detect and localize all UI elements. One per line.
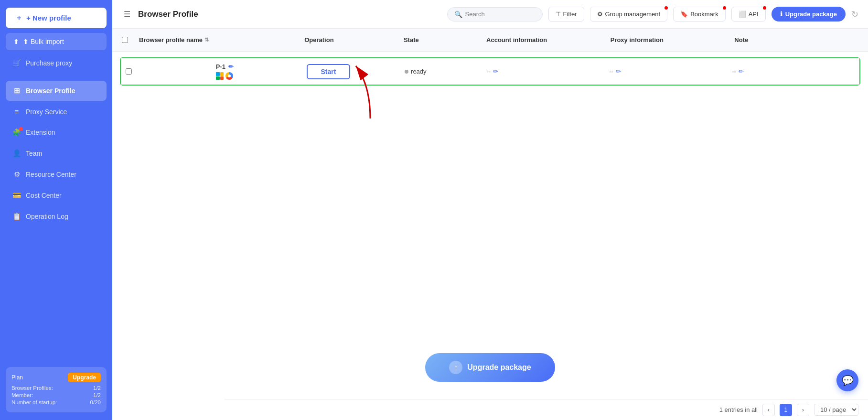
sidebar-item-label: Operation Log	[26, 213, 68, 220]
bookmark-label: Bookmark	[690, 11, 718, 18]
sort-name-icon[interactable]: ⇅	[204, 37, 209, 43]
sidebar-bottom-stats: Plan Upgrade Browser Profiles: 1/2 Membe…	[6, 367, 107, 412]
profile-browser-icons	[216, 72, 233, 80]
search-icon: 🔍	[454, 11, 462, 18]
sidebar: ＋ + New profile ⬆ ⬆ Bulk import 🛒 Purcha…	[0, 0, 112, 420]
current-page-button[interactable]: 1	[780, 404, 792, 416]
api-button[interactable]: ⬜ API	[731, 7, 766, 22]
search-input[interactable]	[465, 11, 532, 18]
sidebar-item-label: Resource Center	[26, 171, 76, 178]
operation-log-icon: 📋	[12, 212, 21, 221]
api-badge	[763, 6, 766, 10]
bulk-import-label: ⬆ Bulk import	[23, 38, 64, 45]
upgrade-plan-button[interactable]: Upgrade	[68, 373, 101, 382]
upgrade-package-button[interactable]: ℹ Upgrade package	[772, 7, 846, 22]
table-footer: 1 entries in all ‹ 1 › 10 / page 20 / pa…	[225, 399, 868, 420]
bookmark-icon: 🔖	[680, 11, 688, 18]
sidebar-item-cost-center[interactable]: 💳 Cost Center	[6, 185, 107, 205]
sidebar-item-operation-log[interactable]: 📋 Operation Log	[6, 206, 107, 226]
member-label: Member:	[11, 392, 33, 398]
sidebar-nav: ⊞ Browser Profile ≡ Proxy Service 🧩 Exte…	[6, 81, 107, 367]
purchase-proxy-label: Purchase proxy	[26, 59, 72, 67]
account-edit-icon[interactable]: ✏	[493, 68, 498, 75]
upgrade-bottom-label: Upgrade package	[467, 363, 531, 372]
col-header-state: State	[404, 36, 486, 43]
bookmark-button[interactable]: 🔖 Bookmark	[673, 7, 726, 22]
state-dot	[405, 70, 408, 74]
sidebar-item-resource-center[interactable]: ⚙ Resource Center	[6, 164, 107, 184]
state-label: ready	[411, 68, 427, 75]
member-value: 1/2	[93, 392, 101, 398]
sidebar-item-label: Team	[26, 150, 42, 157]
sidebar-collapse-button[interactable]: ☰	[122, 8, 132, 21]
browser-profiles-value: 1/2	[93, 385, 101, 391]
sidebar-item-label: Browser Profile	[26, 87, 75, 95]
table-header: Browser profile name ⇅ Operation State A…	[112, 29, 868, 52]
profile-name-edit-icon[interactable]: ✏	[228, 63, 234, 70]
upgrade-bottom-container: ↑ Upgrade package	[112, 353, 868, 382]
cart-icon: 🛒	[12, 59, 21, 67]
startup-value: 0/20	[90, 399, 101, 405]
browser-profile-icon: ⊞	[12, 86, 21, 95]
filter-label: Filter	[563, 11, 577, 18]
windows-icon	[216, 72, 224, 80]
sidebar-item-label: Cost Center	[26, 192, 62, 199]
table-row: P-1 ✏ Start	[121, 58, 859, 85]
col-header-proxy: Proxy information	[611, 36, 735, 43]
next-page-button[interactable]: ›	[797, 404, 809, 416]
sidebar-item-extension[interactable]: 🧩 Extension	[6, 122, 107, 142]
header: ☰ Browser Profile 🔍 ⊤ Filter ⚙ Group man…	[112, 0, 868, 29]
resource-center-icon: ⚙	[12, 170, 21, 179]
bulk-import-button[interactable]: ⬆ ⬆ Bulk import	[6, 33, 107, 50]
extension-badge	[19, 127, 23, 131]
upgrade-bottom-button[interactable]: ↑ Upgrade package	[425, 353, 555, 382]
team-icon: 👤	[12, 149, 21, 158]
plus-icon: ＋	[15, 13, 22, 22]
new-profile-button[interactable]: ＋ + New profile	[6, 8, 107, 28]
group-management-icon: ⚙	[597, 11, 603, 18]
table-wrapper: Browser profile name ⇅ Operation State A…	[112, 29, 868, 420]
page-title: Browser Profile	[138, 10, 198, 19]
start-button[interactable]: Start	[307, 64, 351, 79]
api-label: API	[749, 11, 759, 18]
prev-page-button[interactable]: ‹	[762, 404, 775, 416]
col-header-note: Note	[734, 36, 858, 43]
cost-center-icon: 💳	[12, 191, 21, 200]
proxy-edit-icon[interactable]: ✏	[616, 68, 621, 75]
upgrade-package-label: Upgrade package	[785, 11, 837, 18]
sidebar-item-proxy-service[interactable]: ≡ Proxy Service	[6, 102, 107, 121]
sidebar-item-purchase-proxy[interactable]: 🛒 Purchase proxy	[6, 53, 107, 73]
col-header-name: Browser profile name ⇅	[139, 36, 304, 43]
group-management-button[interactable]: ⚙ Group management	[590, 7, 668, 22]
select-all-checkbox[interactable]	[122, 37, 128, 43]
chat-button[interactable]: 💬	[836, 369, 858, 391]
upload-icon: ⬆	[13, 38, 19, 45]
account-value: --	[486, 68, 491, 75]
proxy-value: --	[609, 68, 613, 75]
refresh-button[interactable]: ↻	[851, 9, 858, 20]
bookmark-badge	[723, 6, 726, 10]
note-edit-icon[interactable]: ✏	[739, 68, 744, 75]
filter-button[interactable]: ⊤ Filter	[548, 7, 584, 22]
col-header-account: Account information	[486, 36, 611, 43]
chrome-icon	[225, 72, 233, 80]
group-management-label: Group management	[605, 11, 661, 18]
chat-icon: 💬	[842, 375, 854, 386]
sidebar-item-browser-profile[interactable]: ⊞ Browser Profile	[6, 81, 107, 101]
sidebar-item-team[interactable]: 👤 Team	[6, 143, 107, 163]
search-box: 🔍	[447, 7, 543, 22]
plan-label: Plan	[11, 374, 23, 381]
sidebar-item-label: Extension	[26, 129, 55, 136]
table-row-highlighted: P-1 ✏ Start	[120, 57, 860, 86]
group-management-badge	[664, 6, 668, 10]
profile-name: P-1	[216, 63, 225, 70]
api-icon: ⬜	[739, 11, 746, 18]
sidebar-item-label: Proxy Service	[26, 108, 67, 116]
filter-icon: ⊤	[556, 11, 561, 18]
entries-count: 1 entries in all	[719, 406, 758, 413]
per-page-select[interactable]: 10 / page 20 / page 50 / page	[814, 404, 858, 416]
row-checkbox[interactable]	[126, 68, 132, 75]
proxy-service-icon: ≡	[12, 108, 21, 116]
main-area: ☰ Browser Profile 🔍 ⊤ Filter ⚙ Group man…	[112, 0, 868, 420]
col-header-operation: Operation	[304, 36, 404, 43]
